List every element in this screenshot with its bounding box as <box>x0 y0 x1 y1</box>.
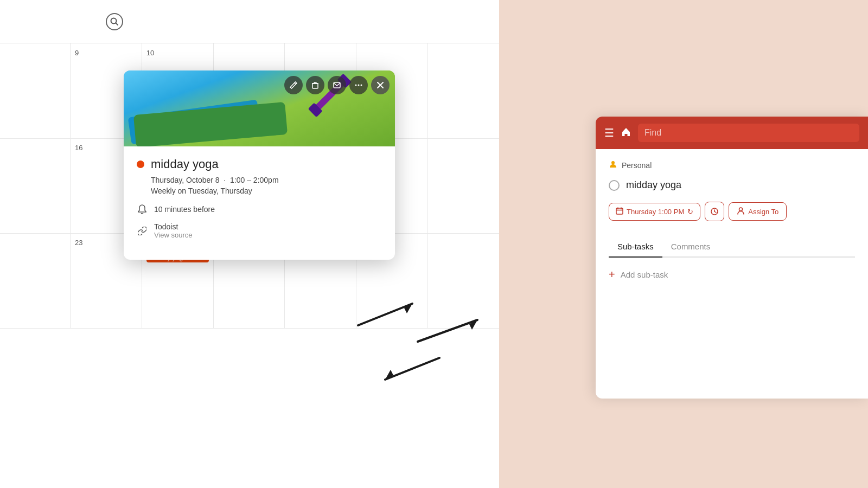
assign-to-button[interactable]: Assign To <box>729 202 787 221</box>
popup-recurrence: Weekly on Tuesday, Thursday <box>151 187 382 195</box>
assign-person-icon <box>737 207 745 216</box>
popup-date: Thursday, October 8 · 1:00 – 2:00pm <box>151 176 382 184</box>
more-button[interactable] <box>349 76 368 94</box>
popup-source-link[interactable]: View source <box>154 231 193 239</box>
svg-rect-21 <box>616 208 623 214</box>
task-row: midday yoga <box>609 179 855 191</box>
find-input[interactable] <box>638 124 859 142</box>
svg-line-2 <box>358 304 412 325</box>
svg-line-1 <box>116 23 118 25</box>
svg-point-17 <box>361 85 362 86</box>
cal-cell-week2 <box>0 138 71 233</box>
svg-rect-14 <box>334 82 340 88</box>
person-icon <box>609 160 617 171</box>
event-popup: midday yoga Thursday, October 8 · 1:00 –… <box>124 70 395 260</box>
date-btn-label: Thursday 1:00 PM <box>627 208 684 216</box>
popup-reminder-text: 10 minutes before <box>154 205 215 214</box>
link-icon <box>137 226 148 236</box>
cal-day-9: 9 <box>75 49 79 57</box>
cal-cell-21 <box>428 138 499 233</box>
assign-btn-label: Assign To <box>748 208 778 216</box>
svg-line-4 <box>418 320 477 342</box>
reminder-button[interactable] <box>705 202 724 221</box>
svg-point-28 <box>739 208 743 211</box>
close-popup-button[interactable] <box>371 76 390 94</box>
popup-reminder-row: 10 minutes before <box>137 204 382 215</box>
menu-icon[interactable]: ☰ <box>604 126 614 139</box>
home-icon[interactable] <box>621 126 631 140</box>
arrows-annotation <box>342 293 494 390</box>
right-panel: ☰ Personal midday yoga <box>596 117 868 399</box>
popup-source-row: Todoist View source <box>137 222 382 239</box>
cal-cell-week3 <box>0 233 71 328</box>
edit-button[interactable] <box>284 76 303 94</box>
svg-line-8 <box>295 83 296 85</box>
popup-source-name: Todoist <box>154 222 193 231</box>
task-actions: Thursday 1:00 PM ↻ Assign To <box>609 202 855 221</box>
add-subtask-label: Add sub-task <box>621 270 668 279</box>
personal-text: Personal <box>622 161 652 170</box>
panel-body: Personal midday yoga Thursday 1:00 PM ↻ <box>596 149 868 292</box>
popup-image-area <box>124 70 395 146</box>
tab-subtasks[interactable]: Sub-tasks <box>609 236 662 258</box>
popup-toolbar <box>284 76 390 94</box>
email-button[interactable] <box>328 76 346 94</box>
cal-day-23: 23 <box>75 239 82 247</box>
svg-rect-9 <box>312 84 318 88</box>
tab-comments[interactable]: Comments <box>662 236 719 258</box>
cal-cell-week <box>0 43 71 138</box>
event-color-dot <box>137 160 144 168</box>
calendar-icon <box>616 207 623 216</box>
bell-icon <box>137 204 148 215</box>
search-button[interactable] <box>106 13 123 30</box>
cal-cell-14 <box>428 43 499 138</box>
task-title: midday yoga <box>626 179 681 191</box>
tabs-row: Sub-tasks Comments <box>609 236 855 258</box>
cal-day-16: 16 <box>75 144 82 152</box>
popup-body: midday yoga Thursday, October 8 · 1:00 –… <box>124 146 395 260</box>
svg-line-6 <box>385 358 439 380</box>
cal-day-10: 10 <box>146 49 154 57</box>
delete-button[interactable] <box>306 76 324 94</box>
svg-point-16 <box>358 85 360 86</box>
svg-line-27 <box>714 211 716 213</box>
popup-event-title: midday yoga <box>151 157 219 171</box>
svg-point-20 <box>611 161 615 164</box>
panel-header: ☰ <box>596 117 868 149</box>
plus-icon: + <box>609 268 615 281</box>
repeat-icon: ↻ <box>687 208 693 216</box>
task-checkbox[interactable] <box>609 180 620 191</box>
svg-point-15 <box>355 85 357 86</box>
personal-label-row: Personal <box>609 160 855 171</box>
add-subtask-row[interactable]: + Add sub-task <box>609 268 855 281</box>
date-button[interactable]: Thursday 1:00 PM ↻ <box>609 203 700 221</box>
